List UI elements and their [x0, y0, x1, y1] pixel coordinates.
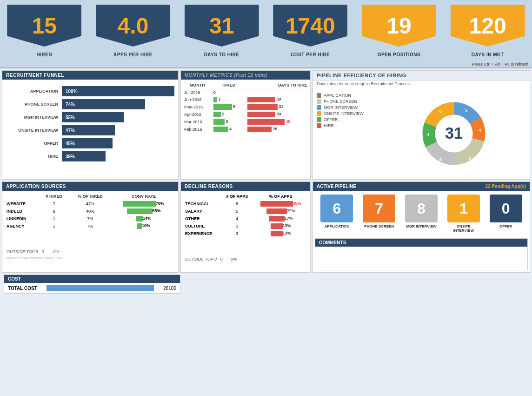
recruitment-funnel-header: RECRUITMENT FUNNEL [2, 71, 178, 80]
hired-indeed: 6 [39, 208, 69, 215]
pct-culture: 13% [253, 222, 308, 230]
donut-label-6a: 6 [468, 155, 471, 161]
kpi-hired-badge: 15 [7, 5, 81, 47]
source-row-agency: AGENCY 1 7% 10% [4, 222, 176, 230]
funnel-bar-hire: 39% [62, 151, 106, 161]
pct-salary: 22% [253, 208, 308, 215]
days-jul [246, 89, 308, 96]
decline-row-culture: CULTURE 3 13% [183, 222, 308, 230]
kpi-hired: 15 HIRED [7, 5, 81, 61]
funnel-bar-phone-screen: 74% [62, 99, 145, 109]
days-mar: 40 [246, 118, 308, 126]
legend-dot-hire [317, 123, 321, 128]
comments-body [315, 247, 527, 270]
conv-indeed: 55% [111, 208, 176, 215]
decline-row-technical: TECHNICAL 8 35% [183, 200, 308, 208]
pipeline-num-onsite-interview: 1 [447, 195, 480, 222]
col-hired-num: # HIRED [39, 193, 69, 200]
month-may: May-2016 [183, 103, 212, 111]
legend-dot-mgr-interview [317, 105, 321, 110]
funnel-label-mgr-interview: MGR INTERVIEW [6, 115, 62, 120]
funnel-bar-application: 100% [62, 86, 174, 96]
pipeline-efficiency-panel: PIPELINE EFFICIENCY OF HIRING Days taken… [313, 70, 530, 180]
reason-salary: SALARY [183, 208, 221, 215]
conv-website: 70% [111, 200, 176, 208]
pipeline-box-phone-screen: 7 PHONE SCREEN [363, 195, 395, 233]
kpi-days-badge: 31 [185, 5, 259, 47]
days-feb: 26 [246, 126, 308, 133]
cost-content: TOTAL COST 26100 [4, 283, 180, 293]
pipeline-content: APPLICATION PHONE SCREEN MGR INTERVIEW O… [313, 88, 530, 179]
legend-application: APPLICATION [317, 93, 382, 98]
outside-top8-decline: OUTSIDE TOP 8 0 0% [183, 256, 308, 262]
reason-other: OTHER [183, 215, 221, 222]
month-apr: Apr-2016 [183, 111, 212, 118]
legend-dot-application [317, 93, 321, 98]
funnel-row-hire: HIRE 39% [6, 151, 174, 161]
source-row-indeed: INDEED 6 40% 55% [4, 208, 176, 215]
col-hired: HIRED [212, 81, 246, 89]
hired-agency: 1 [39, 222, 69, 230]
month-feb: Feb-2016 [183, 126, 212, 133]
reason-technical: TECHNICAL [183, 200, 221, 208]
legend-dot-phone-screen [317, 99, 321, 104]
kpi-days-label: DAYS TO HIRE [204, 52, 239, 57]
pipeline-num-application: 6 [320, 195, 353, 222]
funnel-label-phone-screen: PHONE SCREEN [6, 102, 62, 107]
decline-row-other: OTHER 4 17% [183, 215, 308, 222]
hired-feb: 4 [212, 126, 246, 133]
source-agency: AGENCY [4, 222, 39, 230]
funnel-content: APPLICATION 100% PHONE SCREEN 74% MGR IN… [2, 80, 178, 168]
decline-row-salary: SALARY 5 22% [183, 208, 308, 215]
legend-offer: OFFER [317, 117, 382, 122]
metrics-row-apr: Apr-2016 2 30 [183, 111, 308, 118]
pct-technical: 35% [253, 200, 308, 208]
funnel-label-offer: OFFER [6, 141, 62, 146]
funnel-row-application: APPLICATION 100% [6, 86, 174, 96]
apps-culture: 3 [221, 222, 253, 230]
conv-agency: 10% [111, 222, 176, 230]
pipeline-legend: APPLICATION PHONE SCREEN MGR INTERVIEW O… [317, 92, 382, 175]
apps-experience: 3 [221, 230, 253, 237]
days-apr: 30 [246, 111, 308, 118]
pipeline-label-application: APPLICATION [325, 224, 350, 228]
active-pipeline-panel: ACTIVE PIPELINE 22 Pending App(s) 6 APPL… [313, 181, 530, 273]
funnel-row-onsite-interview: ONSITE INTERVIEW 47% [6, 125, 174, 135]
cost-panel: COST TOTAL COST 26100 [4, 275, 180, 294]
col-source [4, 193, 39, 200]
donut-chart: 5 4 6 6 4 6 31 [412, 92, 496, 175]
apps-technical: 8 [221, 200, 253, 208]
reason-experience: EXPERIENCE [183, 230, 221, 237]
donut-label-4a: 4 [479, 128, 481, 133]
active-pipeline-header: ACTIVE PIPELINE 22 Pending App(s) [313, 182, 530, 191]
month-mar: Mar-2016 [183, 118, 212, 126]
hired-website: 7 [39, 200, 69, 208]
funnel-row-phone-screen: PHONE SCREEN 74% [6, 99, 174, 109]
funnel-row-offer: OFFER 45% [6, 138, 174, 148]
funnel-bar-mgr-interview: 55% [62, 112, 124, 122]
pipeline-label-offer: OFFER [499, 224, 512, 228]
donut-container: 5 4 6 6 4 6 31 [382, 92, 526, 175]
decline-table: # OF APPS % OF APPS TECHNICAL 8 35% SALA… [183, 193, 308, 237]
pipeline-boxes: 6 APPLICATION 7 PHONE SCREEN 8 MGR INTER… [313, 191, 530, 236]
kpi-open-badge: 19 [362, 5, 436, 47]
conv-linkedin: 14% [111, 215, 176, 222]
col-pct-apps: % OF APPS [253, 193, 308, 200]
pipeline-num-mgr-interview: 8 [405, 195, 438, 222]
days-jun: 30 [246, 96, 308, 103]
pipeline-label-onsite-interview: ONSITE INTERVIEW [453, 224, 474, 233]
hired-mar: 3 [212, 118, 246, 126]
apps-salary: 5 [221, 208, 253, 215]
funnel-label-hire: HIRE [6, 154, 62, 159]
legend-mgr-interview: MGR INTERVIEW [317, 105, 382, 110]
col-month: MONTH [183, 81, 212, 89]
source-row-website: WEBSITE 7 47% 70% [4, 200, 176, 208]
comments-panel: COMMENTS [315, 238, 528, 270]
kpi-mkt-badge: 120 [451, 5, 525, 47]
hired-jun: 1 [212, 96, 246, 103]
col-reason [183, 193, 221, 200]
apps-other: 4 [221, 215, 253, 222]
source-indeed: INDEED [4, 208, 39, 215]
legend-hire: HIRE [317, 123, 382, 128]
col-days: DAYS TO HIRE [246, 81, 308, 89]
